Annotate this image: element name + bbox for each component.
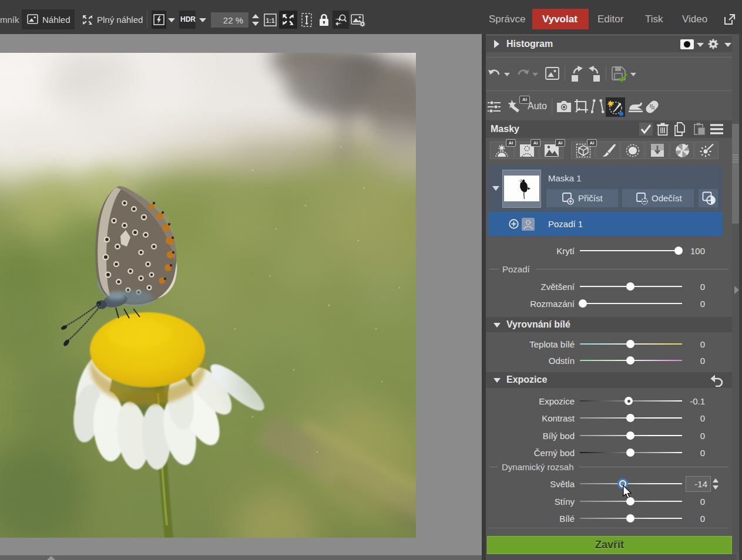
svg-text:1:1: 1:1 (266, 17, 274, 24)
